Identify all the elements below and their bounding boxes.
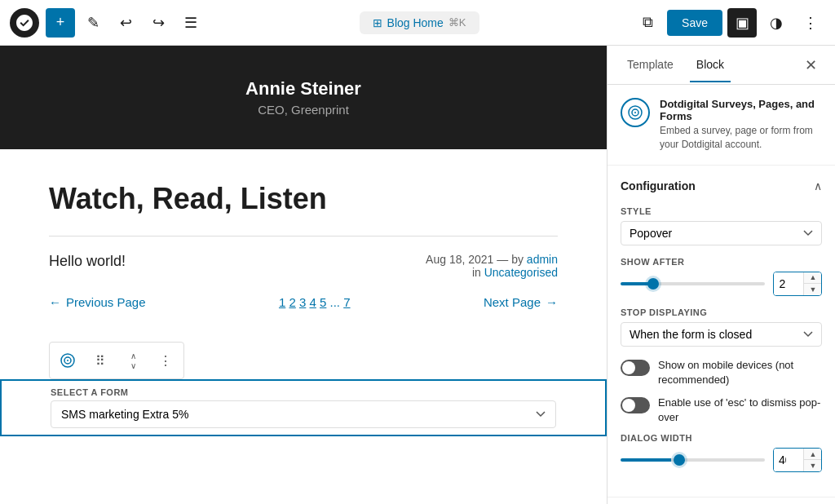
dialog-width-decrement[interactable]: ▼ [804, 460, 822, 471]
toolbar-right: ⧉ Save ▣ ◑ ⋮ [633, 8, 825, 38]
next-page-label: Next Page [484, 295, 541, 309]
right-panel: Template Block ✕ Dotdigital Surveys, Pag… [607, 46, 835, 504]
esc-toggle[interactable] [621, 397, 650, 413]
tools-button[interactable]: ✎ [78, 8, 108, 38]
arrow-left-icon: ← [49, 295, 61, 309]
more-block-options-button[interactable]: ⋮ [151, 346, 180, 375]
show-after-slider-row: ▲ ▼ [621, 272, 822, 296]
show-after-row: SHOW AFTER ▲ ▼ [621, 257, 822, 296]
hero-banner: Annie Steiner CEO, Greenprint [0, 46, 607, 149]
esc-toggle-label: Enable use of 'esc' to dismiss pop-over [658, 396, 822, 425]
redo-button[interactable]: ↪ [144, 8, 173, 38]
pagination: ← Previous Page 1 2 3 4 5 ... 7 Next Pag… [49, 295, 558, 309]
toolbar-center: ⊞ Blog Home ⌘K [209, 11, 630, 34]
svg-point-2 [67, 360, 68, 361]
post-hello: Hello world! [49, 253, 126, 270]
show-after-value-input[interactable] [774, 272, 803, 295]
list-view-button[interactable]: ☰ [176, 8, 205, 38]
toolbar: + ✎ ↩ ↪ ☰ ⊞ Blog Home ⌘K ⧉ Save ▣ ◑ ⋮ [0, 0, 835, 46]
show-after-arrows: ▲ ▼ [803, 272, 822, 295]
mobile-toggle-knob [622, 361, 635, 374]
dotdigital-plugin-icon [627, 104, 643, 121]
style-select[interactable]: Popover Inline Modal [621, 221, 822, 245]
dotdigital-icon [60, 352, 76, 369]
main-layout: Annie Steiner CEO, Greenprint Watch, Rea… [0, 46, 835, 504]
form-select-label: SELECT A FORM [51, 387, 556, 397]
preview-button[interactable]: ⧉ [633, 8, 662, 38]
add-block-button[interactable]: + [46, 8, 75, 38]
drag-handle-button[interactable]: ⠿ [86, 346, 115, 375]
dialog-width-slider-row: ▲ ▼ [621, 448, 822, 472]
appearance-button[interactable]: ◑ [762, 8, 791, 38]
page-numbers: 1 2 3 4 5 ... 7 [279, 295, 351, 309]
config-collapse-icon [814, 179, 822, 193]
dialog-width-row: DIALOG WIDTH ▲ ▼ [621, 433, 822, 472]
esc-toggle-row: Enable use of 'esc' to dismiss pop-over [621, 396, 822, 425]
mobile-toggle[interactable] [621, 360, 650, 376]
arrow-right-icon: → [546, 295, 558, 309]
config-header[interactable]: Configuration [621, 179, 822, 193]
page-title: Watch, Read, Listen [49, 182, 558, 216]
hero-name: Annie Steiner [16, 78, 590, 99]
post-category-prefix: in [472, 266, 481, 279]
post-category[interactable]: Uncategorised [484, 266, 558, 279]
more-options-button[interactable]: ⋮ [796, 8, 825, 38]
prev-page-link[interactable]: ← Previous Page [49, 295, 146, 309]
dialog-width-arrows: ▲ ▼ [803, 449, 822, 471]
post-row: Hello world! Aug 18, 2021 — by admin in … [49, 253, 558, 279]
post-author[interactable]: admin [527, 253, 558, 266]
dialog-width-slider[interactable] [621, 458, 765, 462]
plugin-title: Dotdigital Surveys, Pages, and Forms [660, 98, 822, 122]
panel-tabs: Template Block ✕ [607, 46, 835, 85]
undo-button[interactable]: ↩ [111, 8, 140, 38]
plugin-block-info: Dotdigital Surveys, Pages, and Forms Emb… [607, 85, 835, 166]
mobile-toggle-label: Show on mobile devices (not recommended) [658, 358, 822, 387]
post-meta: Aug 18, 2021 — by admin in Uncategorised [426, 253, 558, 279]
dialog-width-value-input[interactable] [774, 449, 803, 471]
blog-home-shortcut: ⌘K [448, 16, 466, 29]
plugin-description: Embed a survey, page or form from your D… [660, 124, 822, 152]
advanced-section: Advanced [607, 497, 835, 504]
tab-block[interactable]: Block [690, 48, 731, 82]
stop-displaying-label: STOP DISPLAYING [621, 307, 822, 317]
mobile-toggle-row: Show on mobile devices (not recommended) [621, 358, 822, 387]
hero-title: CEO, Greenprint [16, 103, 590, 117]
form-select-area: SELECT A FORM SMS marketing Extra 5% [0, 379, 607, 436]
next-page-link[interactable]: Next Page → [484, 295, 558, 309]
form-select-dropdown[interactable]: SMS marketing Extra 5% [51, 400, 556, 428]
dialog-width-label: DIALOG WIDTH [621, 433, 822, 443]
show-after-slider[interactable] [621, 282, 765, 285]
config-title: Configuration [621, 179, 696, 192]
post-date: Aug 18, 2021 — by [426, 253, 524, 266]
configuration-section: Configuration STYLE Popover Inline Modal… [607, 166, 835, 498]
show-after-increment[interactable]: ▲ [804, 272, 822, 284]
panel-close-button[interactable]: ✕ [799, 54, 822, 77]
stop-displaying-row: STOP DISPLAYING When the form is closed … [621, 307, 822, 347]
dialog-width-number-input: ▲ ▼ [773, 448, 822, 472]
block-widget-bar: ⠿ ∧ ∨ ⋮ [49, 342, 184, 379]
blog-home-label: Blog Home [387, 16, 444, 29]
prev-page-label: Previous Page [66, 295, 146, 309]
editor-area: Annie Steiner CEO, Greenprint Watch, Rea… [0, 46, 607, 504]
blog-home-button[interactable]: ⊞ Blog Home ⌘K [360, 11, 479, 34]
plugin-icon [621, 98, 650, 127]
style-row: STYLE Popover Inline Modal [621, 206, 822, 245]
show-after-label: SHOW AFTER [621, 257, 822, 267]
show-after-number-input: ▲ ▼ [773, 272, 822, 296]
save-button[interactable]: Save [667, 10, 722, 36]
wp-logo[interactable] [10, 8, 39, 38]
dialog-width-increment[interactable]: ▲ [804, 449, 822, 460]
tab-template[interactable]: Template [621, 48, 680, 82]
style-label: STYLE [621, 206, 822, 216]
stop-displaying-select[interactable]: When the form is closed Never After 1 da… [621, 322, 822, 347]
esc-toggle-knob [622, 399, 635, 412]
move-up-button[interactable]: ∧ ∨ [118, 346, 148, 375]
block-icon-button[interactable] [53, 346, 82, 375]
svg-point-5 [634, 112, 636, 113]
settings-button[interactable]: ▣ [727, 8, 757, 38]
plugin-info: Dotdigital Surveys, Pages, and Forms Emb… [660, 98, 822, 152]
divider [49, 236, 558, 237]
blog-home-icon: ⊞ [373, 16, 382, 29]
show-after-decrement[interactable]: ▼ [804, 284, 822, 295]
wp-logo-icon [15, 13, 34, 33]
